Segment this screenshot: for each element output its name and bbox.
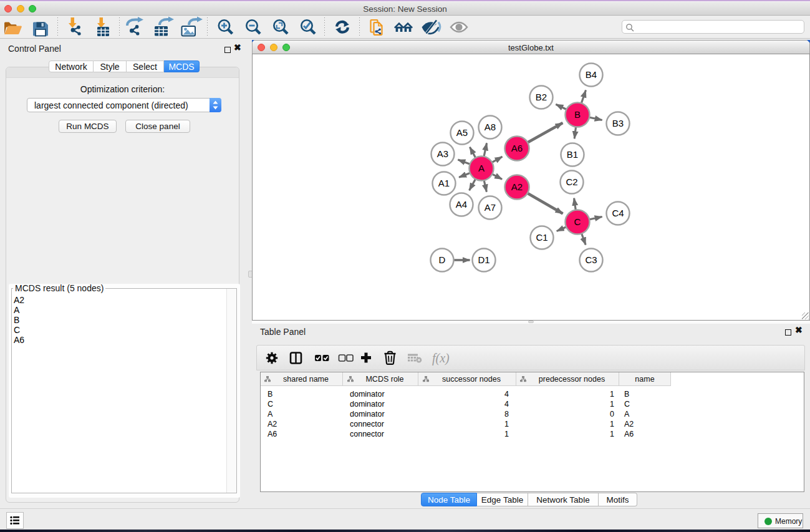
svg-text:A4: A4 — [456, 199, 467, 210]
svg-text:B1: B1 — [567, 149, 578, 160]
svg-text:A7: A7 — [485, 202, 496, 213]
svg-text:C4: C4 — [612, 208, 624, 218]
svg-text:A3: A3 — [437, 148, 448, 159]
svg-text:B: B — [574, 109, 581, 120]
svg-text:B4: B4 — [586, 69, 597, 80]
svg-text:A8: A8 — [485, 122, 496, 132]
svg-text:A5: A5 — [456, 127, 468, 138]
svg-text:C1: C1 — [536, 232, 547, 243]
svg-text:f(x): f(x) — [432, 351, 450, 365]
svg-text:C3: C3 — [585, 254, 597, 265]
svg-text:A: A — [478, 163, 485, 173]
svg-text:A6: A6 — [511, 143, 523, 153]
svg-text:B3: B3 — [612, 118, 624, 128]
svg-text:A1: A1 — [438, 178, 450, 188]
svg-text:D: D — [439, 254, 446, 265]
svg-text:D1: D1 — [478, 254, 489, 265]
svg-text:C: C — [574, 216, 581, 227]
svg-text:A2: A2 — [511, 181, 523, 192]
svg-text:C2: C2 — [566, 177, 577, 187]
svg-text:B2: B2 — [536, 92, 547, 102]
